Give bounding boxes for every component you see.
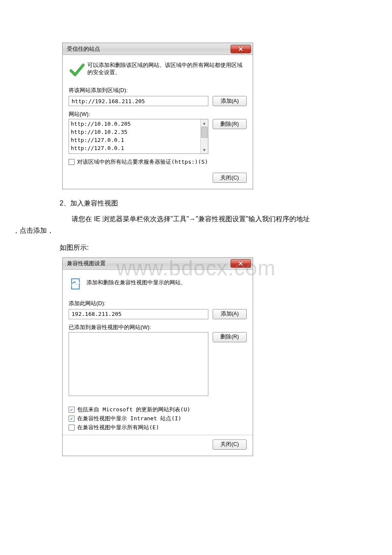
dialog-footer: 关闭(C) [69, 173, 247, 183]
dialog-description: 添加和删除在兼容性视图中显示的网站。 [86, 277, 186, 286]
https-checkbox[interactable] [69, 159, 75, 165]
checkmark-icon [69, 62, 85, 78]
compat-list-row: 删除(R) [69, 332, 247, 396]
add-site-input[interactable] [69, 96, 208, 106]
dialog-description: 可以添加和删除该区域的网站。该区域中的所有网站都使用区域的安全设置。 [87, 62, 247, 76]
scrollbar[interactable]: ▲ ▼ [200, 119, 208, 153]
add-site-label: 添加此网站(D): [69, 300, 247, 307]
scroll-down-icon[interactable]: ▼ [201, 146, 208, 153]
check-label: 在兼容性视图中显示 Intranet 站点(I) [77, 415, 182, 422]
dialog-titlebar: 兼容性视图设置 ✕ [63, 258, 253, 270]
step-2-heading: 2、加入兼容性视图 [60, 198, 379, 209]
check-intranet-row[interactable]: 在兼容性视图中显示 Intranet 站点(I) [69, 415, 247, 422]
check-intranet[interactable] [69, 416, 75, 422]
close-button[interactable]: 关闭(C) [213, 439, 247, 450]
sites-list-row: http://10.10.0.205 http://10.10.2.35 htt… [69, 119, 247, 154]
scroll-track[interactable] [201, 138, 208, 146]
dialog-body: 可以添加和删除该区域的网站。该区域中的所有网站都使用区域的安全设置。 将该网站添… [63, 55, 253, 189]
description-row: 可以添加和删除该区域的网站。该区域中的所有网站都使用区域的安全设置。 [69, 62, 247, 78]
sites-listbox[interactable]: http://10.10.0.205 http://10.10.2.35 htt… [69, 119, 208, 154]
add-site-row: 添加(A) [69, 309, 247, 319]
dialog-title: 兼容性视图设置 [67, 260, 106, 267]
dialog-titlebar: 受信任的站点 ✕ [63, 43, 253, 55]
scroll-up-icon[interactable]: ▲ [201, 119, 208, 127]
check-all-sites-row[interactable]: 在兼容性视图中显示所有网站(E) [69, 424, 247, 431]
dialog-title: 受信任的站点 [67, 45, 100, 53]
instruction-text-line1: 请您在 IE 浏览器菜单栏依次选择"工具"→"兼容性视图设置"输入我们程序的地址 [13, 213, 379, 225]
remove-button[interactable]: 删除(R) [213, 332, 247, 342]
window-close-button[interactable]: ✕ [231, 45, 251, 53]
add-site-row: 添加(A) [69, 96, 247, 106]
description-row: 添加和删除在兼容性视图中显示的网站。 [69, 277, 247, 291]
divider [63, 435, 253, 435]
broken-page-icon [69, 277, 83, 291]
dialog-footer: 关闭(C) [69, 439, 247, 450]
add-button[interactable]: 添加(A) [213, 96, 247, 106]
add-button[interactable]: 添加(A) [213, 309, 247, 319]
compat-view-dialog: 兼容性视图设置 ✕ 添加和删除在兼容性视图中显示的网站。 添加此网站(D): [62, 257, 253, 456]
add-site-label: 将该网站添加到区域(D): [69, 87, 247, 94]
check-ms-updates-row[interactable]: 包括来自 Microsoft 的更新的网站列表(U) [69, 406, 247, 413]
compat-list-items [69, 332, 208, 396]
https-check-label: 对该区域中的所有站点要求服务器验证(https:)(S) [77, 158, 208, 166]
https-check-row[interactable]: 对该区域中的所有站点要求服务器验证(https:)(S) [69, 158, 247, 166]
list-item[interactable]: http://10.10.0.205 [71, 120, 199, 128]
trusted-sites-dialog: 受信任的站点 ✕ 可以添加和删除该区域的网站。该区域中的所有网站都使用区域的安全… [62, 43, 253, 189]
dialog-body: 添加和删除在兼容性视图中显示的网站。 添加此网站(D): 添加(A) 已添加到兼… [63, 270, 253, 456]
check-all-sites[interactable] [69, 425, 75, 431]
sites-list-items: http://10.10.0.205 http://10.10.2.35 htt… [69, 119, 200, 153]
sites-list-label: 网站(W): [69, 110, 247, 118]
list-item[interactable]: http://10.10.2.35 [71, 128, 199, 136]
list-item[interactable]: http://127.0.0.1 [71, 136, 199, 145]
remove-button[interactable]: 删除(R) [213, 119, 247, 129]
check-label: 包括来自 Microsoft 的更新的网站列表(U) [77, 406, 190, 413]
compat-listbox[interactable] [69, 332, 208, 396]
check-ms-updates[interactable] [69, 407, 75, 413]
close-icon: ✕ [238, 46, 243, 52]
compat-list-label: 已添加到兼容性视图中的网站(W): [69, 324, 247, 331]
instruction-text-line2: ，点击添加， [13, 225, 379, 236]
document-page: 受信任的站点 ✕ 可以添加和删除该区域的网站。该区域中的所有网站都使用区域的安全… [0, 0, 392, 482]
close-icon: ✕ [238, 260, 243, 267]
window-close-button[interactable]: ✕ [231, 259, 251, 268]
check-label: 在兼容性视图中显示所有网站(E) [77, 424, 159, 431]
list-item[interactable]: http://127.0.0.1 [71, 145, 199, 153]
add-site-input[interactable] [69, 309, 208, 319]
close-button[interactable]: 关闭(C) [213, 173, 247, 183]
scroll-thumb[interactable] [201, 127, 208, 138]
figure-caption: 如图所示: [60, 242, 379, 253]
